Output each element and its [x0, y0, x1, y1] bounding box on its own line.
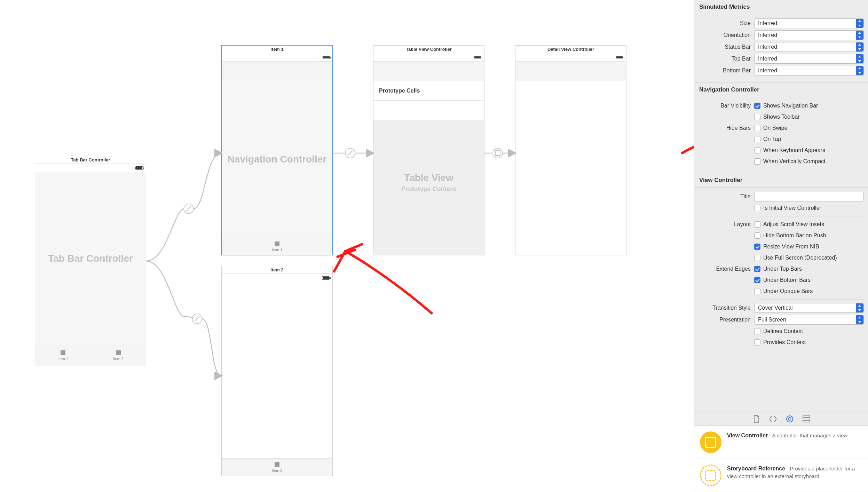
scene-title: Table View Controller	[373, 46, 484, 53]
checkbox-on-tap[interactable]	[754, 136, 760, 142]
prototype-cell[interactable]	[373, 101, 484, 120]
status-bar	[373, 53, 484, 62]
status-bar	[222, 53, 332, 62]
scene-title: Detail View Controller	[515, 46, 626, 53]
svg-rect-7	[495, 151, 500, 156]
svg-line-3	[195, 316, 199, 321]
checkbox-hide-bottom-bar-on-push[interactable]	[754, 232, 760, 239]
input-title[interactable]	[754, 192, 864, 201]
prototype-cells-header: Prototype Cells	[373, 81, 484, 101]
tab-label: Item 1	[57, 357, 68, 361]
library-tab-object[interactable]	[786, 415, 794, 423]
checkbox-resize-view-from-nib[interactable]	[754, 244, 760, 250]
section-simulated-metrics: SizeInferred OrientationInferred Status …	[694, 14, 868, 83]
svg-line-5	[348, 151, 353, 156]
scene-body-title: Tab Bar Controller	[48, 253, 133, 264]
checkbox-under-opaque-bars[interactable]	[754, 288, 760, 294]
checkbox-adjust-scroll-view-insets[interactable]	[754, 221, 760, 228]
svg-point-6	[493, 148, 503, 158]
section-view-controller: Title Is Initial View Controller LayoutA…	[694, 188, 868, 350]
storyboard-reference-icon	[700, 465, 721, 486]
svg-point-8	[787, 416, 793, 422]
checkbox-use-full-screen-deprecated[interactable]	[754, 255, 760, 261]
select-top-bar[interactable]: Inferred	[754, 54, 864, 64]
tab-glyph-icon	[275, 241, 279, 246]
status-bar	[515, 53, 626, 62]
scene-navigation-controller[interactable]: Item 1 Navigation Controller Item 1	[221, 45, 333, 255]
select-orientation[interactable]: Inferred	[754, 30, 864, 40]
select-status-bar[interactable]: Inferred	[754, 42, 864, 52]
table-view-title: Table View	[404, 172, 453, 183]
library-tabs	[694, 412, 868, 426]
navigation-bar	[515, 62, 626, 81]
section-navigation-controller: Bar VisibilityShows Navigation Bar .Show…	[694, 97, 868, 173]
library-tab-code-snippet[interactable]	[769, 415, 777, 423]
label-bottom-bar: Bottom Bar	[699, 68, 754, 74]
svg-point-4	[345, 148, 355, 158]
label-transition-style: Transition Style	[699, 305, 754, 311]
tab-glyph-icon	[61, 350, 65, 355]
library-list: View Controller - A controller that mana…	[694, 426, 868, 492]
label-bar-visibility: Bar Visibility	[699, 103, 754, 109]
checkbox-initial-view-controller[interactable]	[754, 205, 760, 211]
svg-rect-10	[803, 416, 810, 422]
battery-icon	[322, 56, 330, 59]
select-bottom-bar[interactable]: Inferred	[754, 66, 864, 76]
scene-detail-view-controller[interactable]: Detail View Controller	[515, 45, 626, 255]
scene-tab-bar-controller[interactable]: Tab Bar Controller Tab Bar Controller It…	[35, 156, 146, 366]
checkbox-when-vertically-compact[interactable]	[754, 158, 760, 165]
battery-icon	[616, 56, 623, 59]
tab-item-2[interactable]: Item 2	[90, 345, 146, 366]
section-header-navigation-controller: Navigation Controller	[694, 83, 868, 97]
checkbox-shows-navigation-bar[interactable]	[754, 103, 760, 109]
checkbox-provides-context[interactable]	[754, 339, 760, 346]
select-presentation[interactable]: Full Screen	[754, 315, 864, 325]
section-header-view-controller: View Controller	[694, 173, 868, 188]
stepper-icon	[856, 19, 863, 28]
tab-item-1[interactable]: Item 1	[35, 345, 90, 366]
svg-point-0	[184, 204, 194, 214]
section-header-simulated-metrics: Simulated Metrics	[694, 0, 868, 14]
tab-glyph-icon	[116, 350, 121, 355]
select-transition-style[interactable]: Cover Vertical	[754, 303, 864, 313]
view-controller-icon	[700, 431, 721, 453]
tab-label: Item 1	[272, 248, 283, 252]
checkbox-on-swipe[interactable]	[754, 125, 760, 131]
battery-icon	[135, 166, 143, 170]
library-item-text: View Controller - A controller that mana…	[727, 431, 849, 453]
status-bar	[35, 164, 146, 172]
select-size[interactable]: Inferred	[754, 18, 864, 28]
label-orientation: Orientation	[699, 32, 754, 38]
inspector-panel: Simulated Metrics SizeInferred Orientati…	[694, 0, 868, 492]
svg-point-9	[788, 418, 791, 420]
scene-table-view-controller[interactable]: Table View Controller Prototype Cells Ta…	[373, 45, 484, 255]
checkbox-under-top-bars[interactable]	[754, 266, 760, 272]
library-item-storyboard-reference[interactable]: Storyboard Reference - Provides a placeh…	[694, 459, 868, 492]
checkbox-defines-context[interactable]	[754, 328, 760, 334]
library-tab-media[interactable]	[802, 415, 811, 423]
storyboard-canvas[interactable]: Tab Bar Controller Tab Bar Controller It…	[0, 0, 694, 492]
label-presentation: Presentation	[699, 317, 754, 323]
scene-title: Tab Bar Controller	[35, 156, 146, 164]
label-layout: Layout	[699, 221, 754, 228]
tab-bar-item[interactable]: Item 1	[222, 238, 332, 255]
checkbox-under-bottom-bars[interactable]	[754, 277, 760, 283]
library-tab-file-template[interactable]	[752, 415, 760, 423]
label-size: Size	[699, 20, 754, 26]
library-item-view-controller[interactable]: View Controller - A controller that mana…	[694, 426, 868, 459]
label-status-bar: Status Bar	[699, 44, 754, 50]
checkbox-shows-toolbar[interactable]	[754, 114, 760, 120]
navigation-bar	[222, 62, 332, 81]
scene-body-title: Navigation Controller	[228, 154, 327, 165]
library-item-text: Storyboard Reference - Provides a placeh…	[727, 465, 862, 486]
battery-icon	[474, 56, 481, 59]
tab-bar-item[interactable]: Item 2	[222, 458, 332, 476]
scene-title: Item 2	[222, 266, 332, 274]
tab-bar: Item 1 Item 2	[35, 345, 146, 366]
label-hide-bars: Hide Bars	[699, 125, 754, 131]
scene-item-2[interactable]: Item 2 Item 2	[221, 266, 333, 476]
navigation-bar	[373, 62, 484, 81]
label-extend-edges: Extend Edges	[699, 266, 754, 272]
status-bar	[222, 274, 332, 282]
checkbox-when-keyboard-appears[interactable]	[754, 147, 760, 153]
